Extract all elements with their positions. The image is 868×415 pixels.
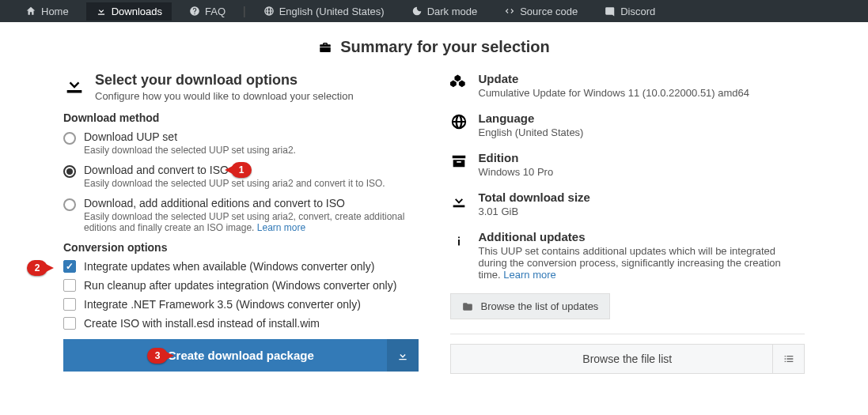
discord-icon — [605, 6, 616, 17]
method-label: Download, add additional editions and co… — [84, 197, 419, 209]
nav-home[interactable]: Home — [16, 2, 78, 21]
globe-icon — [263, 6, 275, 17]
checkbox-checked-icon — [63, 260, 76, 273]
option-label: Create ISO with install.esd instead of i… — [84, 317, 320, 330]
download-icon — [63, 74, 85, 96]
download-icon — [450, 192, 468, 209]
section-download-options: Select your download options Configure h… — [63, 72, 419, 102]
info-value: English (United States) — [479, 126, 584, 138]
method-uup-set[interactable]: Download UUP set Easily download the sel… — [63, 130, 419, 156]
option-install-esd[interactable]: Create ISO with install.esd instead of i… — [63, 317, 419, 330]
page-title: Summary for your selection — [63, 38, 805, 56]
radio-checked-icon — [63, 165, 76, 178]
nav-faq-label: FAQ — [205, 6, 226, 17]
info-label: Edition — [479, 151, 554, 164]
globe-icon — [450, 113, 468, 130]
method-convert-iso[interactable]: Download and convert to ISO Easily downl… — [63, 164, 419, 189]
section-title: Select your download options — [95, 72, 354, 89]
info-label: Total download size — [479, 191, 590, 204]
section-subtitle: Configure how you would like to download… — [95, 90, 354, 102]
option-label: Integrate updates when available (Window… — [84, 260, 374, 273]
info-icon — [450, 232, 468, 249]
top-nav: Home Downloads FAQ | English (United Sta… — [0, 0, 868, 22]
nav-discord-label: Discord — [620, 6, 655, 17]
browse-file-list-button[interactable]: Browse the file list — [450, 344, 805, 374]
nav-darkmode-label: Dark mode — [427, 6, 478, 17]
question-icon — [189, 6, 200, 17]
method-additional-editions[interactable]: Download, add additional editions and co… — [63, 197, 419, 233]
cubes-icon — [450, 74, 468, 91]
option-integrate-dotnet[interactable]: Integrate .NET Framework 3.5 (Windows co… — [63, 298, 419, 311]
download-method-heading: Download method — [63, 111, 419, 124]
nav-downloads-label: Downloads — [112, 6, 162, 17]
checkbox-icon — [63, 298, 76, 311]
nav-language[interactable]: English (United States) — [254, 2, 394, 21]
briefcase-icon — [318, 40, 332, 55]
option-label: Run cleanup after updates integration (W… — [84, 279, 396, 292]
info-value: Cumulative Update for Windows 11 (10.0.2… — [479, 87, 750, 99]
create-download-package-button[interactable]: 3 Create download package — [63, 339, 419, 372]
info-edition: Edition Windows 10 Pro — [450, 151, 805, 178]
checkbox-icon — [63, 279, 76, 292]
info-value: This UUP set contains additional updates… — [479, 245, 805, 281]
info-update: Update Cumulative Update for Windows 11 … — [450, 72, 805, 99]
right-panel: Update Cumulative Update for Windows 11 … — [450, 72, 805, 374]
learn-more-link[interactable]: Learn more — [257, 222, 305, 233]
callout-2: 2 — [27, 260, 47, 276]
learn-more-link[interactable]: Learn more — [503, 269, 555, 281]
nav-discord[interactable]: Discord — [595, 2, 665, 21]
browse-updates-button[interactable]: Browse the list of updates — [450, 293, 611, 319]
folder-icon — [462, 301, 473, 312]
checkbox-icon — [63, 317, 76, 330]
info-value: Windows 10 Pro — [479, 166, 554, 178]
nav-language-label: English (United States) — [279, 6, 385, 17]
info-language: Language English (United States) — [450, 111, 805, 138]
option-label: Integrate .NET Framework 3.5 (Windows co… — [84, 298, 361, 311]
create-button-label: Create download package — [168, 349, 314, 362]
radio-unchecked-icon — [63, 198, 76, 211]
nav-home-label: Home — [41, 6, 69, 17]
info-label: Update — [479, 72, 750, 85]
list-icon — [772, 345, 804, 373]
callout-1: 1 — [231, 162, 252, 178]
code-icon — [504, 6, 515, 17]
info-label: Language — [479, 111, 584, 125]
button-label: Browse the list of updates — [481, 300, 599, 312]
separator — [450, 334, 805, 334]
info-additional-updates: Additional updates This UUP set contains… — [450, 230, 805, 281]
download-icon — [96, 6, 107, 17]
archive-icon — [450, 153, 468, 170]
info-label: Additional updates — [479, 230, 805, 243]
method-desc: Easily download the selected UUP set usi… — [84, 211, 419, 233]
download-icon — [387, 339, 419, 372]
option-run-cleanup[interactable]: Run cleanup after updates integration (W… — [63, 279, 419, 292]
nav-downloads[interactable]: Downloads — [86, 2, 172, 21]
moon-icon — [411, 6, 423, 17]
left-panel: Select your download options Configure h… — [63, 72, 419, 374]
method-desc: Easily download the selected UUP set usi… — [84, 178, 385, 189]
nav-sourcecode[interactable]: Source code — [495, 2, 587, 21]
nav-faq[interactable]: FAQ — [180, 2, 235, 21]
option-integrate-updates[interactable]: Integrate updates when available (Window… — [63, 260, 419, 273]
page-title-text: Summary for your selection — [340, 38, 550, 56]
home-icon — [25, 6, 36, 17]
info-value: 3.01 GiB — [479, 206, 590, 217]
nav-darkmode[interactable]: Dark mode — [402, 2, 487, 21]
nav-separator: | — [243, 5, 246, 17]
conversion-options-heading: Conversion options — [63, 241, 419, 254]
info-download-size: Total download size 3.01 GiB — [450, 191, 805, 217]
callout-3: 3 — [147, 348, 168, 364]
method-label: Download UUP set — [84, 130, 296, 143]
method-desc: Easily download the selected UUP set usi… — [84, 145, 296, 156]
button-label: Browse the file list — [582, 353, 672, 365]
radio-unchecked-icon — [63, 132, 76, 145]
nav-sourcecode-label: Source code — [520, 6, 578, 17]
